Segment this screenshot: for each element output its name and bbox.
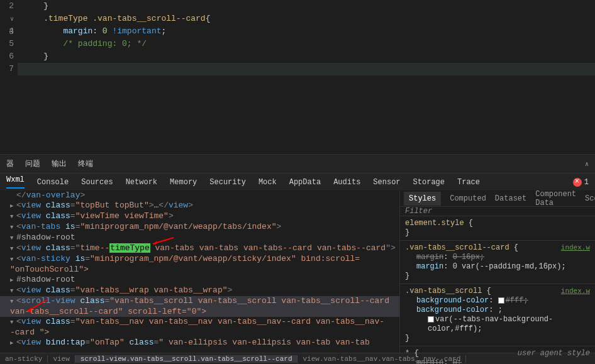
expand-icon[interactable]: ▶	[10, 201, 16, 211]
expand-icon[interactable]: ▶	[10, 338, 16, 348]
source-link[interactable]: index.w	[561, 287, 590, 296]
dom-node[interactable]: ▼<view class="van-tabs__nav van-tabs__na…	[0, 317, 399, 328]
source-link[interactable]: index.w	[561, 243, 590, 253]
devtools-tab-sources[interactable]: Sources	[81, 178, 113, 187]
panel-icon: 器	[6, 158, 14, 169]
devtools-tab-audits[interactable]: Audits	[333, 178, 360, 187]
css-rule[interactable]: index.w.van-tabs__scroll--card {margin: …	[400, 241, 595, 284]
dom-node[interactable]: ▼<view class="viewTime viewTime">	[0, 211, 399, 222]
code-editor[interactable]: 2 ∨ 3 4 5 6 7 } .timeType .van-tabs__scr…	[0, 0, 595, 154]
expand-icon[interactable]: ▼	[10, 317, 16, 328]
dom-node[interactable]: "onTouchScroll">	[0, 265, 399, 275]
dom-node[interactable]: van-tabs__scroll--card" scroll-left="0">	[0, 307, 399, 317]
devtools-body: </van-overlay> ▶<view class="topBut topB…	[0, 190, 595, 353]
devtools-tab-security[interactable]: Security	[209, 178, 246, 187]
css-rule[interactable]: element.style {}	[400, 216, 595, 241]
devtools-tab-wxml[interactable]: Wxml	[6, 175, 25, 189]
styles-panel: StylesComputedDatasetComponent DataSco F…	[399, 190, 595, 353]
devtools-tab-console[interactable]: Console	[37, 178, 69, 187]
dom-tree-panel[interactable]: </van-overlay> ▶<view class="topBut topB…	[0, 190, 399, 353]
expand-icon[interactable]: ▼	[10, 286, 16, 296]
expand-icon[interactable]: ▼	[10, 223, 16, 233]
dom-node[interactable]: ▼<view class="van-tabs__wrap van-tabs__w…	[0, 285, 399, 296]
collapse-icon[interactable]: ∧	[585, 160, 589, 168]
line-number: 2	[0, 0, 14, 13]
devtools-tab-mock[interactable]: Mock	[259, 178, 277, 187]
devtools-tab-sensor[interactable]: Sensor	[373, 178, 400, 187]
dom-node[interactable]: ▼<view class="time--timeType van-tabs va…	[0, 243, 399, 254]
filter-input[interactable]: Filter	[400, 207, 595, 216]
panel-tab-terminal[interactable]: 终端	[78, 158, 93, 169]
styles-tab-component-data[interactable]: Component Data	[535, 190, 576, 207]
devtools-tab-storage[interactable]: Storage	[413, 178, 445, 187]
dom-node[interactable]: ▼<van-sticky is="miniprogram_npm/@vant/w…	[0, 254, 399, 265]
devtools-tabs: WxmlConsoleSourcesNetworkMemorySecurityM…	[0, 173, 595, 190]
dom-node[interactable]: ▶<view bind:tap="onTap" class=" van-elli…	[0, 338, 399, 348]
breadcrumb-item[interactable]: scroll-view.van-tabs__scroll.van-tabs__s…	[75, 355, 298, 363]
expand-icon[interactable]: ▼	[10, 212, 16, 222]
line-number: 5	[0, 38, 14, 50]
error-count: 1	[584, 178, 589, 187]
css-rule[interactable]: index.w.van-tabs__scroll {background-col…	[400, 284, 595, 346]
styles-tab-sco[interactable]: Sco	[585, 194, 595, 203]
devtools-tab-trace[interactable]: Trace	[457, 178, 480, 187]
styles-tab-computed[interactable]: Computed	[450, 194, 486, 203]
fold-icon[interactable]: ∨	[9, 13, 14, 26]
line-number: ∨ 3	[0, 13, 14, 25]
dom-node[interactable]: -card ">	[0, 328, 399, 338]
dom-node[interactable]: ▼<van-tabs is="miniprogram_npm/@vant/wea…	[0, 222, 399, 233]
devtools-tab-appdata[interactable]: AppData	[289, 178, 321, 187]
css-rules-list: element.style {}index.w.van-tabs__scroll…	[400, 216, 595, 364]
expand-icon[interactable]: ▶	[10, 275, 16, 285]
error-indicator[interactable]: 1	[573, 178, 589, 187]
devtools-tab-network[interactable]: Network	[126, 178, 157, 187]
panel-tabs: 器 问题 输出 终端 ∧	[0, 154, 595, 173]
dom-node[interactable]: ▼#shadow-root	[0, 233, 399, 243]
expand-icon[interactable]: ▼	[10, 297, 16, 307]
styles-tab-dataset[interactable]: Dataset	[495, 194, 526, 203]
panel-tab-output[interactable]: 输出	[52, 158, 67, 169]
expand-icon[interactable]: ▼	[10, 255, 16, 265]
breadcrumb-item[interactable]: view	[48, 355, 75, 363]
error-icon	[573, 178, 582, 187]
styles-tabs: StylesComputedDatasetComponent DataSco	[400, 190, 595, 207]
expand-icon[interactable]: ▼	[10, 244, 16, 254]
line-number: 6	[0, 50, 14, 63]
line-number: 7	[0, 63, 14, 75]
breadcrumb-item[interactable]: view.van-tabs__nav.van-tabs__nav--card	[298, 355, 466, 363]
dom-node[interactable]: ▼<scroll-view class="van-tabs__scroll va…	[0, 296, 399, 307]
line-number: 4	[0, 25, 14, 38]
styles-tab-styles[interactable]: Styles	[404, 192, 441, 206]
panel-tab-problems[interactable]: 问题	[25, 158, 40, 169]
dom-node[interactable]: ▶<view class="topBut topBut">…</view>	[0, 201, 399, 211]
breadcrumb-item[interactable]: an-sticky	[0, 355, 48, 363]
line-gutter: 2 ∨ 3 4 5 6 7	[0, 0, 18, 154]
dom-node[interactable]: ▶#shadow-root	[0, 275, 399, 285]
expand-icon[interactable]: ▼	[10, 233, 16, 243]
dom-node[interactable]: </van-overlay>	[0, 190, 399, 201]
code-content[interactable]: } .timeType .van-tabs__scroll--card{ mar…	[18, 0, 595, 154]
devtools-tab-memory[interactable]: Memory	[170, 178, 197, 187]
